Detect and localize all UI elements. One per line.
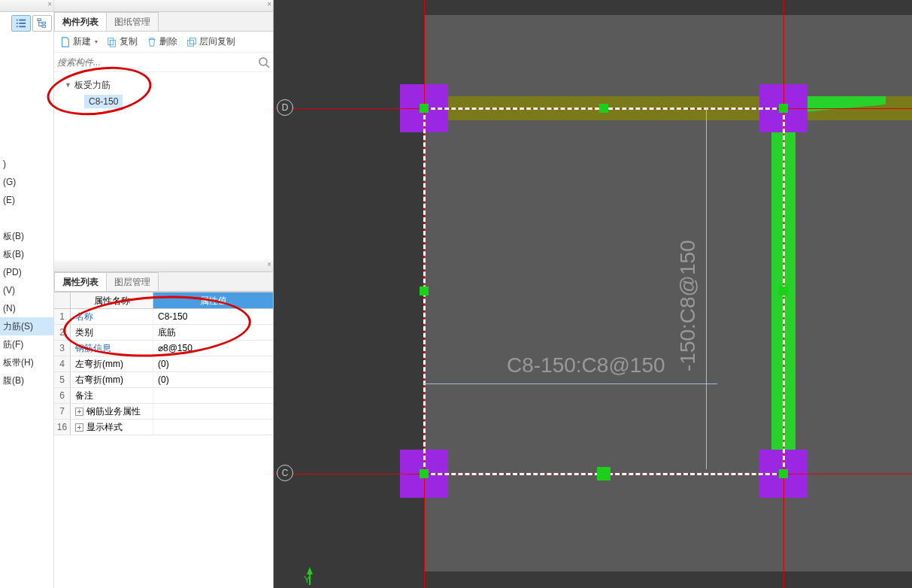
property-row[interactable]: 16 +显示样式 xyxy=(54,420,273,435)
search-input[interactable] xyxy=(57,57,258,68)
rebar-line xyxy=(424,383,717,384)
copy-icon xyxy=(107,37,117,47)
copy-button[interactable]: 复制 xyxy=(104,34,141,50)
svg-point-13 xyxy=(259,58,267,65)
prop-value[interactable] xyxy=(153,404,273,419)
svg-rect-1 xyxy=(19,20,26,21)
selection-handle[interactable] xyxy=(420,469,429,478)
selection-handle[interactable] xyxy=(779,286,788,296)
svg-rect-6 xyxy=(38,19,41,21)
tree-child[interactable]: C8-150 xyxy=(84,95,273,108)
prop-value[interactable]: (0) xyxy=(153,356,273,371)
mid-column: × 构件列表 图纸管理 新建 复制 删除 层间复制 ▼ 板受力筋 xyxy=(54,0,274,588)
layer-copy-button[interactable]: 层间复制 xyxy=(183,34,238,50)
selection-handle[interactable] xyxy=(597,467,611,480)
component-tree: ▼ 板受力筋 C8-150 xyxy=(54,72,273,260)
tab-property-list[interactable]: 属性列表 xyxy=(54,272,107,291)
property-panel: × 属性列表 图层管理 属性名称 属性值 1 名称 C8-150 2 类别 底筋 xyxy=(54,260,273,588)
tab-component-list[interactable]: 构件列表 xyxy=(54,12,107,31)
property-row[interactable]: 6 备注 xyxy=(54,388,273,404)
prop-name: 右弯折(mm) xyxy=(71,372,153,387)
component-search-row xyxy=(54,53,273,72)
nav-item-selected[interactable]: 力筋(S) xyxy=(0,317,53,335)
close-icon[interactable]: × xyxy=(267,260,271,268)
component-panel-header: × xyxy=(54,0,273,12)
tree-icon xyxy=(37,18,47,29)
prop-name: 名称 xyxy=(71,309,153,324)
prop-name: +显示样式 xyxy=(71,420,153,435)
delete-button[interactable]: 删除 xyxy=(144,34,180,50)
svg-rect-4 xyxy=(17,26,18,28)
prop-name: 左弯折(mm) xyxy=(71,356,153,371)
prop-value[interactable]: C8-150 xyxy=(153,309,273,324)
drawing-canvas[interactable]: D C C8-150:C8@150 -150:C8@150 Y xyxy=(274,0,912,588)
svg-rect-11 xyxy=(188,40,194,46)
tree-view-toggle[interactable] xyxy=(32,15,52,32)
property-row[interactable]: 4 左弯折(mm) (0) xyxy=(54,356,273,372)
nav-item[interactable]: (E) xyxy=(0,191,53,209)
property-row[interactable]: 1 名称 C8-150 xyxy=(54,309,273,325)
expand-icon[interactable]: + xyxy=(75,408,83,416)
svg-line-14 xyxy=(266,65,269,68)
row-num: 2 xyxy=(54,325,71,340)
list-view-toggle[interactable] xyxy=(11,15,31,32)
selection-handle[interactable] xyxy=(420,104,429,113)
prop-value[interactable] xyxy=(153,388,273,403)
header-value: 属性值 xyxy=(153,292,273,308)
nav-item[interactable]: (V) xyxy=(0,281,53,299)
nav-item[interactable]: 板带(H) xyxy=(0,353,53,371)
tab-layer-manage[interactable]: 图层管理 xyxy=(106,272,159,291)
close-icon[interactable]: × xyxy=(267,0,271,8)
nav-category-list: ) (G) (E) 板(B) 板(B) (PD) (V) (N) 力筋(S) 筋… xyxy=(0,35,53,389)
property-panel-header: × xyxy=(54,260,273,272)
row-num: 6 xyxy=(54,388,71,403)
property-row[interactable]: 2 类别 底筋 xyxy=(54,325,273,341)
rebar-line xyxy=(706,108,707,469)
selection-handle[interactable] xyxy=(420,286,429,296)
property-row[interactable]: 3 钢筋信息 ⌀8@150 xyxy=(54,341,273,356)
row-num: 7 xyxy=(54,404,71,419)
nav-item[interactable]: ) xyxy=(0,155,53,173)
delete-label: 删除 xyxy=(159,35,177,48)
prop-value[interactable] xyxy=(153,420,273,435)
selection-handle[interactable] xyxy=(779,469,788,478)
component-toolbar: 新建 复制 删除 层间复制 xyxy=(54,32,273,53)
selection-handle[interactable] xyxy=(599,104,608,113)
nav-item[interactable]: (N) xyxy=(0,299,53,317)
close-icon[interactable]: × xyxy=(47,0,52,8)
nav-item[interactable] xyxy=(0,209,53,227)
prop-value[interactable]: ⌀8@150 xyxy=(153,341,273,356)
nav-item[interactable]: 板(B) xyxy=(0,245,53,263)
property-grid: 属性名称 属性值 1 名称 C8-150 2 类别 底筋 3 钢筋信息 ⌀8@1… xyxy=(54,292,273,435)
svg-rect-3 xyxy=(19,23,26,24)
search-icon[interactable] xyxy=(258,56,270,68)
svg-rect-8 xyxy=(42,26,45,28)
nav-item[interactable]: (PD) xyxy=(0,263,53,281)
prop-value[interactable]: 底筋 xyxy=(153,325,273,340)
svg-rect-12 xyxy=(189,38,195,44)
nav-item[interactable]: 腹(B) xyxy=(0,371,53,389)
row-num: 1 xyxy=(54,309,71,324)
tree-root-label: 板受力筋 xyxy=(74,79,111,92)
nav-item[interactable]: 筋(F) xyxy=(0,335,53,353)
tree-root[interactable]: ▼ 板受力筋 xyxy=(65,77,273,93)
prop-name: 类别 xyxy=(71,325,153,340)
nav-item[interactable]: 板(B) xyxy=(0,227,53,245)
grid-label-c: C xyxy=(277,465,293,481)
property-row[interactable]: 5 右弯折(mm) (0) xyxy=(54,372,273,388)
layer-copy-label: 层间复制 xyxy=(199,35,235,48)
expand-icon[interactable]: + xyxy=(75,423,83,432)
new-file-icon xyxy=(60,37,71,47)
nav-item[interactable]: (G) xyxy=(0,173,53,191)
property-row[interactable]: 7 +钢筋业务属性 xyxy=(54,404,273,420)
property-tabs: 属性列表 图层管理 xyxy=(54,272,273,292)
component-tabs: 构件列表 图纸管理 xyxy=(54,12,273,32)
left-nav: × ) (G) (E) 板(B) 板(B) (PD) (V) (N) 力筋(S)… xyxy=(0,0,54,588)
row-num: 4 xyxy=(54,356,71,371)
prop-value[interactable]: (0) xyxy=(153,372,273,387)
y-axis-label: Y xyxy=(304,574,311,585)
tab-drawing-manage[interactable]: 图纸管理 xyxy=(106,12,159,31)
new-button[interactable]: 新建 xyxy=(57,34,101,50)
selection-handle[interactable] xyxy=(779,104,788,113)
svg-rect-10 xyxy=(110,40,115,47)
